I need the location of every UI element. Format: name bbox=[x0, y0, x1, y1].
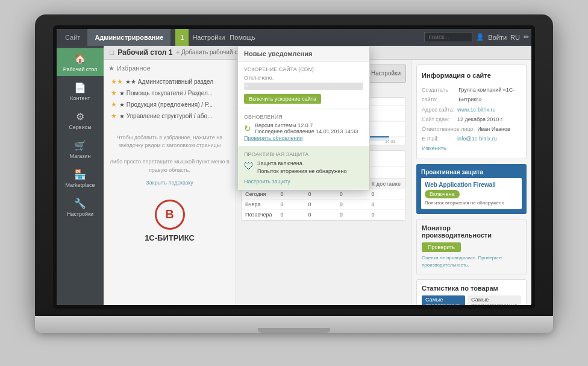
user-icon[interactable]: 👤 bbox=[476, 33, 484, 41]
add-workspace-btn[interactable]: + Добавить рабочий стол bbox=[176, 49, 247, 55]
fav-label-3: ★ Продукция (предложения) / Р... bbox=[119, 101, 213, 108]
date-label: Сайт сдан: bbox=[422, 115, 455, 124]
sidebar-item-settings[interactable]: 🔧 Настройки bbox=[57, 193, 104, 221]
address-label: Адрес сайта: bbox=[422, 105, 455, 115]
logo-symbol: B bbox=[165, 207, 174, 221]
sidebar-item-content[interactable]: 📄 Контент bbox=[57, 77, 104, 105]
sidebar-label-marketplace: Marketplace bbox=[65, 182, 95, 188]
search-input[interactable] bbox=[424, 32, 472, 42]
sidebar-label-shop: Магазин bbox=[70, 153, 91, 159]
close-hint-btn[interactable]: Закрыть подсказку bbox=[108, 179, 231, 188]
accel-bar-wrap: 0% bbox=[244, 83, 363, 90]
stats-tab-selling[interactable]: Самые продаваемые bbox=[422, 295, 465, 305]
logo-area: B 1С-БИТРИКС bbox=[108, 200, 231, 242]
table-row: Позавчера 0 0 0 0 bbox=[242, 209, 405, 219]
monitor-link[interactable]: Оценка не проводилась. Проверьте произво… bbox=[422, 254, 521, 269]
cancelled-cell: 0 bbox=[336, 189, 368, 199]
creator-value: Группа компаний «1С-Битрикс» bbox=[458, 85, 521, 104]
star-icon: ★ bbox=[108, 65, 114, 72]
favorites-label: Избранное bbox=[117, 65, 151, 72]
shield-text-1: Защита включена. bbox=[257, 160, 346, 168]
created-cell: 0 bbox=[277, 209, 304, 219]
shop-icon: 🛒 bbox=[74, 140, 86, 151]
created-cell: 0 bbox=[277, 189, 304, 199]
services-icon: ⚙ bbox=[76, 111, 84, 122]
waf-title: Web Application Firewall bbox=[425, 181, 518, 188]
top-bar: Сайт Администрирование 1 Настройки Помощ… bbox=[57, 29, 531, 46]
edit-icon[interactable]: ✏ bbox=[524, 33, 529, 41]
stats-tab-viewed[interactable]: Самые просматриваемые bbox=[468, 295, 521, 305]
check-updates-link[interactable]: Проверить обновления bbox=[244, 135, 302, 141]
workspace-icon: □ bbox=[110, 48, 114, 57]
enable-accel-link[interactable]: Включить ускорение сайта bbox=[244, 94, 321, 104]
notifications-popup: Новые уведомления Ускорение сайта (CDN) … bbox=[237, 46, 370, 191]
person-value: Иван Иванов bbox=[477, 124, 510, 134]
star-icon-1: ★★ bbox=[111, 78, 123, 86]
popup-accel-status: Отключено. bbox=[244, 75, 363, 81]
login-btn[interactable]: Войти bbox=[488, 34, 507, 41]
marketplace-icon: 🏪 bbox=[74, 169, 86, 180]
update-icon: ↻ bbox=[244, 124, 251, 133]
creator-row: Создатель сайта: Группа компаний «1С-Бит… bbox=[422, 85, 521, 104]
site-info-title: Информация о сайте bbox=[422, 70, 521, 82]
shield-row: 🛡 Защита включена. Попыток вторжения не … bbox=[244, 160, 363, 176]
screen: Сайт Администрирование 1 Настройки Помощ… bbox=[57, 29, 531, 305]
table-row: Вчера 0 0 0 0 bbox=[242, 199, 405, 209]
hint-text: Чтобы добавить в избранное, нажмите на з… bbox=[108, 134, 231, 150]
paid-cell: 0 bbox=[304, 209, 336, 219]
proactive-settings-link[interactable]: Настроить защиту bbox=[244, 178, 363, 185]
popup-proactive-title: Проактивная защита bbox=[244, 151, 363, 157]
proactive-title: Проактивная защита bbox=[421, 169, 522, 175]
sidebar-item-workspace[interactable]: 🏠 Рабочий стол bbox=[57, 48, 104, 76]
fav-label-2: ★ Помощь покупателя / Раздел... bbox=[119, 90, 213, 96]
settings-link[interactable]: Настройки bbox=[192, 34, 225, 41]
fav-item-2[interactable]: ★ ★ Помощь покупателя / Раздел... bbox=[108, 87, 231, 99]
fav-item-3[interactable]: ★ ★ Продукция (предложения) / Р... bbox=[108, 99, 231, 110]
monitor-title: Монитор производительности bbox=[422, 224, 521, 239]
date-row: Сайт сдан: 12 декабря 2010 г. bbox=[422, 115, 521, 124]
sidebar: 🏠 Рабочий стол 📄 Контент ⚙ Сервисы � bbox=[57, 46, 104, 305]
site-info-box: Информация о сайте Создатель сайта: Груп… bbox=[416, 65, 527, 159]
admin-tab[interactable]: Администрирование bbox=[87, 29, 170, 46]
sidebar-label-settings: Настройки bbox=[67, 211, 93, 217]
proactive-content: Web Application Firewall Включена Попыто… bbox=[421, 178, 522, 209]
email-value[interactable]: info@1c-bitrix.ru bbox=[457, 134, 497, 144]
sidebar-item-services[interactable]: ⚙ Сервисы bbox=[57, 106, 104, 134]
proactive-box: Проактивная защита Web Application Firew… bbox=[416, 164, 527, 214]
sidebar-item-shop[interactable]: 🛒 Магазин bbox=[57, 135, 104, 163]
popup-section-updates: Обновления ↻ Версия системы 12.0.7 После… bbox=[238, 109, 369, 147]
check-btn[interactable]: Проверить bbox=[422, 242, 461, 252]
right-panel: Информация о сайте Создатель сайта: Груп… bbox=[411, 60, 531, 305]
period-cell: Сегодня bbox=[242, 189, 277, 199]
stats-box: Статистика по товарам Самые продаваемые … bbox=[416, 279, 527, 305]
fav-item-4[interactable]: ★ ★ Управление структурой / або... bbox=[108, 110, 231, 122]
svg-text:14.01: 14.01 bbox=[385, 139, 395, 144]
edit-link[interactable]: Изменить bbox=[422, 145, 446, 151]
laptop-base bbox=[35, 316, 553, 333]
notif-badge[interactable]: 1 bbox=[175, 29, 189, 46]
period-cell: Вчера bbox=[242, 199, 277, 209]
period-cell: Позавчера bbox=[242, 209, 277, 219]
dashboard-settings-btn[interactable]: Настройки bbox=[366, 65, 406, 83]
sidebar-label-content: Контент bbox=[70, 95, 90, 101]
created-cell: 0 bbox=[277, 199, 304, 209]
help-link[interactable]: Помощь bbox=[230, 34, 255, 41]
monitor-box: Монитор производительности Проверить Оце… bbox=[416, 219, 527, 274]
sidebar-item-marketplace[interactable]: 🏪 Marketplace bbox=[57, 164, 104, 192]
left-panel: ★ Избранное ★★ ★★ Административный разде… bbox=[104, 60, 236, 305]
delivery-cell: 0 bbox=[367, 199, 405, 209]
lang-selector[interactable]: RU bbox=[510, 34, 520, 41]
popup-section-acceleration: Ускорение сайта (CDN) Отключено. 0% Вклю… bbox=[238, 62, 369, 109]
fav-item-1[interactable]: ★★ ★★ Административный раздел bbox=[108, 76, 231, 87]
delivery-cell: 0 bbox=[367, 189, 405, 199]
star-icon-3: ★ bbox=[111, 101, 117, 109]
date-value: 12 декабря 2010 г. bbox=[457, 115, 504, 124]
enabled-badge: Включена bbox=[425, 190, 460, 198]
delivery-cell: 0 bbox=[367, 209, 405, 219]
star-icon-4: ★ bbox=[111, 112, 117, 120]
top-bar-right: 👤 Войти RU ✏ bbox=[424, 32, 529, 42]
person-label: Ответственное лицо: bbox=[422, 124, 475, 134]
paid-cell: 0 bbox=[304, 199, 336, 209]
site-tab[interactable]: Сайт bbox=[59, 29, 86, 46]
address-value[interactable]: www.1c-bitrix.ru bbox=[457, 105, 496, 115]
